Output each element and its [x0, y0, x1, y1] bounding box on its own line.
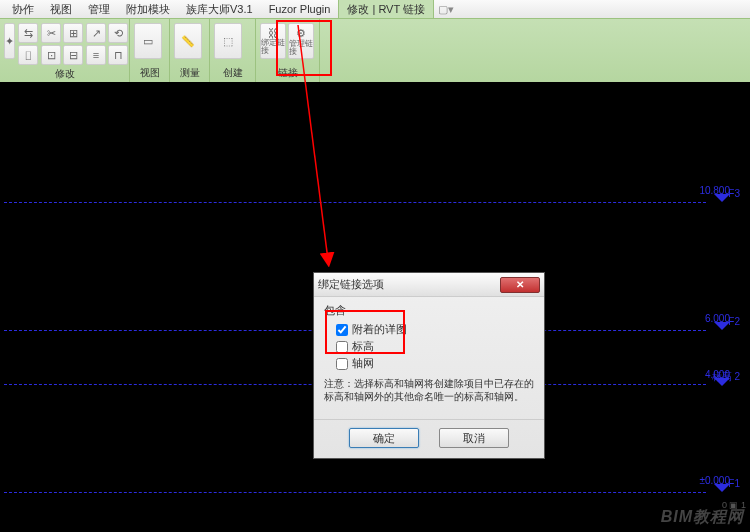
menu-view[interactable]: 视图 — [42, 0, 80, 19]
check-grids[interactable]: 轴网 — [336, 356, 534, 371]
panel-label: 链接 — [260, 64, 315, 82]
ribbon-panel-modify: ✦ ⇆ ⌷ ✂ ⊞ ⊡ ⊟ ↗ ⟲ ≡ ⊓ 修改 — [0, 19, 130, 82]
dialog-title: 绑定链接选项 — [318, 277, 500, 292]
level-marker[interactable]: 6.000F2 — [720, 316, 740, 327]
level-line — [4, 202, 706, 203]
menu-addins[interactable]: 附加模块 — [118, 0, 178, 19]
tool-icon[interactable]: ⊡ — [41, 45, 61, 65]
checkbox[interactable] — [336, 324, 348, 336]
tool-create-icon[interactable]: ⬚ — [214, 23, 242, 59]
cancel-button[interactable]: 取消 — [439, 428, 509, 448]
check-label: 标高 — [352, 339, 374, 354]
dialog-titlebar[interactable]: 绑定链接选项 ✕ — [314, 273, 544, 297]
manage-link-button[interactable]: ⚙管理链接 — [288, 23, 314, 59]
ribbon-panel-view: ▭ 视图 — [130, 19, 170, 82]
menu-family-master[interactable]: 族库大师V3.1 — [178, 0, 261, 19]
close-icon[interactable]: ✕ — [500, 277, 540, 293]
ok-button[interactable]: 确定 — [349, 428, 419, 448]
tool-modify-icon[interactable]: ✦ — [4, 23, 15, 59]
menu-fuzor[interactable]: Fuzor Plugin — [261, 1, 339, 17]
level-line — [4, 492, 706, 493]
tool-icon[interactable]: ⊞ — [63, 23, 83, 43]
menu-modify-rvt-link[interactable]: 修改 | RVT 链接 — [338, 0, 434, 20]
level-name: F3 — [728, 188, 740, 199]
menu-manage[interactable]: 管理 — [80, 0, 118, 19]
checkbox[interactable] — [336, 341, 348, 353]
level-name: F1 — [728, 478, 740, 489]
check-label: 附着的详图 — [352, 322, 407, 337]
tool-icon[interactable]: ⇆ — [18, 23, 38, 43]
panel-label: 视图 — [134, 64, 165, 82]
tool-icon[interactable]: ⊓ — [108, 45, 128, 65]
level-triangle-icon — [714, 194, 730, 202]
level-name: F2 — [728, 316, 740, 327]
bind-link-button[interactable]: ⛓绑定链接 — [260, 23, 286, 59]
tool-icon[interactable]: ⌷ — [18, 45, 38, 65]
group-label-include: 包含 — [324, 303, 534, 318]
check-attached-details[interactable]: 附着的详图 — [336, 322, 534, 337]
tab-close-icon[interactable]: ▢▾ — [438, 3, 454, 16]
level-marker[interactable]: 10.800F3 — [720, 188, 740, 199]
tool-measure-icon[interactable]: 📏 — [174, 23, 202, 59]
tool-icon[interactable]: ≡ — [86, 45, 106, 65]
panel-label: 创建 — [214, 64, 251, 82]
tool-icon[interactable]: ⟲ — [108, 23, 128, 43]
check-label: 轴网 — [352, 356, 374, 371]
level-triangle-icon — [714, 322, 730, 330]
bind-link-options-dialog: 绑定链接选项 ✕ 包含 附着的详图 标高 轴网 注意：选择标高和轴网将创建除项目… — [313, 272, 545, 459]
watermark: BIM教程网 — [661, 507, 744, 528]
tool-icon[interactable]: ✂ — [41, 23, 61, 43]
check-levels[interactable]: 标高 — [336, 339, 534, 354]
checkbox-group: 附着的详图 标高 轴网 — [324, 322, 534, 371]
ribbon-panel-measure: 📏 测量 — [170, 19, 210, 82]
checkbox[interactable] — [336, 358, 348, 370]
tool-view-icon[interactable]: ▭ — [134, 23, 162, 59]
ribbon: ✦ ⇆ ⌷ ✂ ⊞ ⊡ ⊟ ↗ ⟲ ≡ ⊓ 修改 ▭ 视图 📏 测量 — [0, 18, 750, 82]
panel-label: 测量 — [174, 64, 205, 82]
ribbon-panel-link: ⛓绑定链接 ⚙管理链接 链接 — [256, 19, 320, 82]
dialog-note: 注意：选择标高和轴网将创建除项目中已存在的标高和轴网外的其他命名唯一的标高和轴网… — [324, 377, 534, 403]
panel-label: 修改 — [4, 65, 125, 83]
ribbon-panel-create: ⬚ 创建 — [210, 19, 256, 82]
menu-collaborate[interactable]: 协作 — [4, 0, 42, 19]
tool-icon[interactable]: ↗ — [86, 23, 106, 43]
level-triangle-icon — [714, 484, 730, 492]
level-marker[interactable]: 4.000标高 2 — [704, 370, 740, 384]
tool-icon[interactable]: ⊟ — [63, 45, 83, 65]
level-triangle-icon — [714, 378, 730, 386]
menu-bar: 协作 视图 管理 附加模块 族库大师V3.1 Fuzor Plugin 修改 |… — [0, 0, 750, 18]
level-marker[interactable]: ±0.000F1 — [720, 478, 740, 489]
